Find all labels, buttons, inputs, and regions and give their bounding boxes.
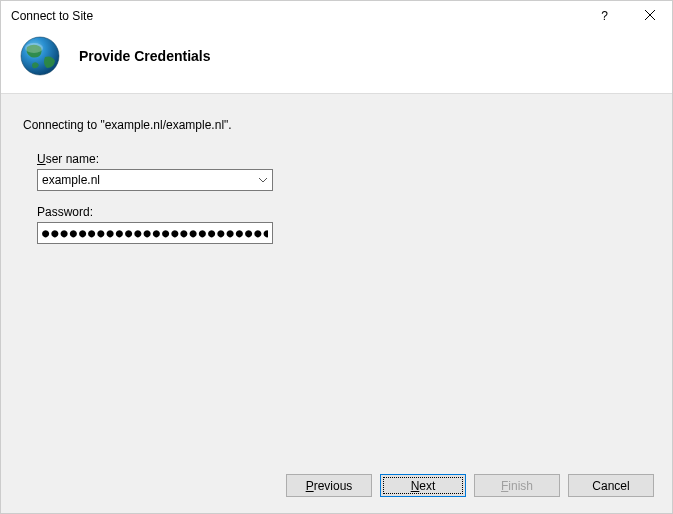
svg-point-1: [25, 43, 43, 53]
close-button[interactable]: [627, 1, 672, 31]
next-button[interactable]: Next: [380, 474, 466, 497]
password-label: Password:: [37, 205, 650, 219]
username-label: User name:: [37, 152, 650, 166]
finish-button: Finish: [474, 474, 560, 497]
help-icon: ?: [601, 9, 608, 23]
password-input[interactable]: [37, 222, 273, 244]
previous-button[interactable]: Previous: [286, 474, 372, 497]
username-input[interactable]: [37, 169, 273, 191]
username-group: User name:: [37, 152, 650, 191]
content-area: Connecting to "example.nl/example.nl". U…: [1, 94, 672, 462]
titlebar: Connect to Site ?: [1, 1, 672, 31]
close-icon: [645, 9, 655, 23]
wizard-footer: Previous Next Finish Cancel: [1, 462, 672, 514]
wizard-header: Provide Credentials: [1, 31, 672, 94]
username-combo[interactable]: [37, 169, 273, 191]
help-button[interactable]: ?: [582, 1, 627, 31]
password-group: Password:: [37, 205, 650, 244]
globe-icon: [19, 35, 61, 77]
cancel-button[interactable]: Cancel: [568, 474, 654, 497]
connecting-text: Connecting to "example.nl/example.nl".: [23, 118, 650, 132]
svg-point-0: [21, 37, 59, 75]
window-title: Connect to Site: [11, 9, 582, 23]
page-title: Provide Credentials: [79, 48, 211, 64]
